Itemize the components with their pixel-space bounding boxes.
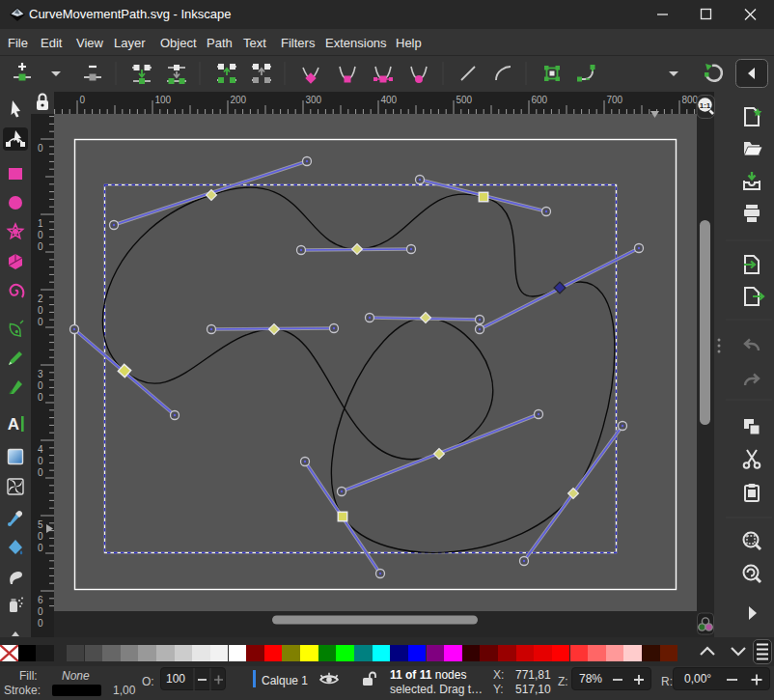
svg-text:0: 0 [38,392,43,403]
svg-text:1: 1 [38,218,43,229]
svg-text:6: 6 [38,595,43,605]
svg-text:A: A [8,415,19,434]
svg-text:0: 0 [38,467,43,478]
svg-text:0: 0 [38,618,43,629]
svg-text:0: 0 [38,143,43,154]
svg-text:700: 700 [607,95,623,105]
svg-text:0: 0 [38,241,43,252]
svg-text:0: 0 [38,317,43,327]
svg-text:300: 300 [306,95,322,105]
svg-text:0: 0 [38,606,43,617]
svg-text:0: 0 [38,380,43,391]
svg-text:0: 0 [38,230,43,240]
svg-text:1:1: 1:1 [700,101,711,110]
svg-text:200: 200 [231,95,247,105]
svg-text:3: 3 [38,369,43,379]
svg-text:500: 500 [456,95,473,105]
svg-text:0: 0 [38,305,43,316]
svg-text:0: 0 [38,456,43,466]
svg-text:100: 100 [155,95,172,105]
svg-text:400: 400 [381,95,398,105]
svg-text:0: 0 [38,543,43,553]
svg-text:800: 800 [682,95,699,105]
svg-text:2: 2 [38,294,43,304]
svg-text:0: 0 [38,531,43,542]
svg-text:0: 0 [80,95,86,105]
svg-text:4: 4 [38,444,43,455]
svg-text:600: 600 [532,95,548,105]
svg-text:5: 5 [38,519,43,530]
